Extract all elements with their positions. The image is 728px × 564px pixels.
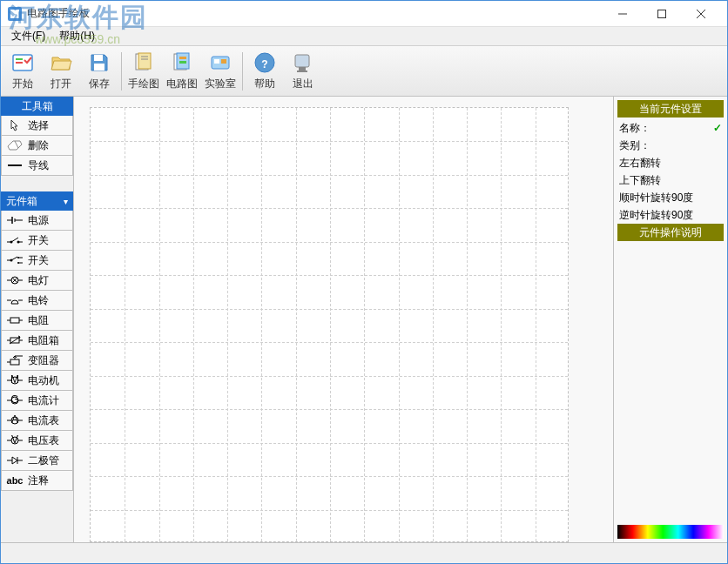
component-motor[interactable]: M电动机 xyxy=(1,371,73,391)
wire-icon xyxy=(5,158,24,172)
toolbar-separator xyxy=(121,52,122,91)
switch2-icon xyxy=(5,253,24,267)
component-switch2[interactable]: 开关 xyxy=(1,251,73,271)
circuit-icon xyxy=(170,50,194,75)
help-icon: ? xyxy=(253,50,277,75)
right-panel: 当前元件设置 名称：✓类别：左右翻转上下翻转顺时针旋转90度逆时针旋转90度 元… xyxy=(614,97,727,542)
menu-help[interactable]: 帮助(H) xyxy=(52,27,102,45)
canvas-area[interactable] xyxy=(74,97,614,542)
component-ammeter[interactable]: A电流表 xyxy=(1,411,73,431)
minimize-button[interactable] xyxy=(603,2,642,26)
component-resistorbox[interactable]: 电阻箱 xyxy=(1,331,73,351)
svg-rect-9 xyxy=(94,55,103,61)
sketch-icon xyxy=(131,50,156,75)
props-footer[interactable]: 元件操作说明 xyxy=(617,224,724,241)
component-rheostat[interactable]: 变阻器 xyxy=(1,351,73,371)
canvas-grid[interactable] xyxy=(90,107,569,542)
open-icon xyxy=(49,50,73,75)
tool-wire[interactable]: 导线 xyxy=(1,156,73,176)
component-lamp[interactable]: 电灯 xyxy=(1,271,73,291)
componentbox-header[interactable]: 元件箱 ▾ xyxy=(1,191,73,211)
voltmeter-icon: V xyxy=(5,433,24,447)
svg-rect-7 xyxy=(16,58,23,60)
rheostat-icon xyxy=(5,353,24,367)
chevron-down-icon: ▾ xyxy=(64,197,68,206)
ammeter-icon: A xyxy=(5,413,24,427)
menubar: 文件(F) 帮助(H) xyxy=(1,27,727,46)
app-icon xyxy=(8,7,22,21)
titlebar: 电路图手绘板 xyxy=(1,1,727,27)
props-row[interactable]: 类别： xyxy=(617,137,724,154)
diode-icon xyxy=(5,453,24,467)
switch1-icon xyxy=(5,233,24,247)
toolbar-separator xyxy=(242,52,243,91)
svg-rect-24 xyxy=(295,55,309,67)
component-switch1[interactable]: 开关 xyxy=(1,231,73,251)
props-row[interactable]: 上下翻转 xyxy=(617,171,724,189)
power-icon xyxy=(5,213,24,227)
resistorbox-icon xyxy=(5,333,24,347)
svg-rect-10 xyxy=(94,64,104,70)
svg-text:M: M xyxy=(10,375,19,386)
toolbar-circuit[interactable]: 电路图 xyxy=(164,49,200,94)
svg-rect-12 xyxy=(138,53,151,69)
component-resistor[interactable]: 电阻 xyxy=(1,311,73,331)
props-row[interactable]: 左右翻转 xyxy=(617,154,724,171)
svg-rect-53 xyxy=(10,318,19,323)
tool-select[interactable]: 选择 xyxy=(1,116,73,136)
color-spectrum[interactable] xyxy=(617,525,724,539)
svg-text:G: G xyxy=(10,395,18,406)
menu-file[interactable]: 文件(F) xyxy=(4,27,52,45)
toolbar-sketch[interactable]: 手绘图 xyxy=(125,49,162,94)
motor-icon: M xyxy=(5,373,24,387)
save-icon xyxy=(87,50,111,75)
component-power[interactable]: 电源 xyxy=(1,211,73,231)
component-galvanometer[interactable]: G电流计 xyxy=(1,391,73,411)
svg-point-43 xyxy=(17,262,19,264)
toolbar-help[interactable]: ? 帮助 xyxy=(246,49,283,94)
svg-rect-8 xyxy=(16,62,23,64)
svg-rect-21 xyxy=(221,59,226,64)
props-header: 当前元件设置 xyxy=(617,100,724,118)
lab-icon xyxy=(208,50,233,75)
exit-icon xyxy=(291,50,315,75)
svg-rect-17 xyxy=(179,57,186,59)
svg-rect-25 xyxy=(299,67,306,70)
svg-line-39 xyxy=(11,257,17,260)
statusbar xyxy=(1,542,727,563)
svg-rect-20 xyxy=(214,59,219,64)
svg-point-42 xyxy=(17,257,19,258)
svg-text:?: ? xyxy=(261,58,267,70)
toolbar-lab[interactable]: 实验室 xyxy=(202,49,239,94)
bell-icon xyxy=(5,293,24,307)
toolbar-open[interactable]: 打开 xyxy=(43,49,79,94)
component-annotation[interactable]: abc注释 xyxy=(1,471,73,491)
component-voltmeter[interactable]: V电压表 xyxy=(1,431,73,451)
toolbar-exit[interactable]: 退出 xyxy=(285,49,321,94)
maximize-button[interactable] xyxy=(642,2,681,26)
toolbar-save[interactable]: 保存 xyxy=(81,49,118,94)
toolbox-header: 工具箱 xyxy=(1,97,73,116)
pointer-icon xyxy=(5,118,24,132)
svg-text:V: V xyxy=(11,435,18,446)
tool-delete[interactable]: 删除 xyxy=(1,136,73,156)
left-panel: 工具箱 选择 删除 导线 元件箱 ▾ 电源开关开关电灯电铃电阻电阻箱变阻器M电动… xyxy=(1,97,74,542)
toolbar: 开始 打开 保存 手绘图 电路图 实验室 ? 帮助 退出 xyxy=(1,46,727,97)
svg-rect-60 xyxy=(10,359,19,365)
svg-rect-26 xyxy=(297,70,307,72)
props-row[interactable]: 顺时针旋转90度 xyxy=(617,189,724,206)
close-button[interactable] xyxy=(681,2,720,26)
galvanometer-icon: G xyxy=(5,393,24,407)
svg-rect-18 xyxy=(179,61,186,64)
component-diode[interactable]: 二极管 xyxy=(1,451,73,471)
toolbar-start[interactable]: 开始 xyxy=(4,49,41,94)
props-row[interactable]: 逆时针旋转90度 xyxy=(617,206,724,224)
window-title: 电路图手绘板 xyxy=(27,6,603,21)
svg-rect-1 xyxy=(10,10,19,18)
start-icon xyxy=(10,50,35,75)
component-bell[interactable]: 电铃 xyxy=(1,291,73,311)
lamp-icon xyxy=(5,273,24,287)
svg-text:A: A xyxy=(11,415,18,426)
svg-rect-3 xyxy=(657,10,665,17)
props-row[interactable]: 名称：✓ xyxy=(617,119,724,137)
